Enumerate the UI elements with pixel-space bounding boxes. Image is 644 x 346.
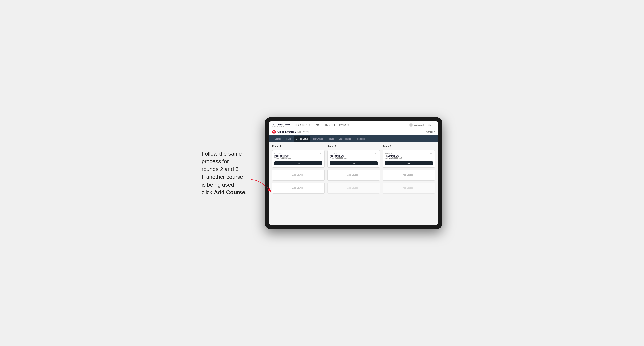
- logo-scoreboard: SCOREBOARD: [272, 123, 290, 126]
- logo-area: SCOREBOARD Powered by clippd: [272, 123, 290, 127]
- instruction-text: Follow the same process for rounds 2 and…: [202, 150, 257, 196]
- nav-committee[interactable]: COMMITTEE: [324, 123, 336, 127]
- round-3-delete-icon[interactable]: ⊟: [430, 152, 433, 155]
- tournament-logo-icon: C: [272, 130, 276, 134]
- round-2-edit-button[interactable]: Edit: [330, 162, 378, 166]
- round-3-column: Round 3 (Course A) Peachtree GC Yellow (…: [382, 145, 435, 194]
- cancel-button[interactable]: Cancel ✕: [426, 131, 435, 133]
- round-2-card-header: (Course A) Peachtree GC Yellow (M) (6629…: [330, 152, 378, 161]
- page-container: Follow the same process for rounds 2 and…: [184, 117, 460, 229]
- tournament-name: Clippd Invitational: [278, 131, 296, 133]
- round-1-add-course-2-label: Add Course +: [292, 187, 304, 189]
- round-2-course-name: Peachtree GC: [330, 155, 347, 157]
- round-1-delete-icon[interactable]: ⊟: [320, 152, 322, 155]
- tab-tee-groups[interactable]: Tee Groups: [310, 136, 325, 142]
- round-3-add-course-2-label: Add Course +: [403, 187, 415, 189]
- nav-right: blair@clippd.io | Sign out: [410, 123, 435, 127]
- tab-results[interactable]: Results: [325, 136, 336, 142]
- round-2-title: Round 2: [327, 145, 380, 148]
- hosting-badge: Hosting: [303, 131, 309, 133]
- tablet-screen: SCOREBOARD Powered by clippd TOURNAMENTS…: [269, 121, 438, 225]
- round-3-add-course-2: Add Course +: [382, 182, 435, 194]
- nav-rankings[interactable]: RANKINGS: [339, 123, 350, 127]
- round-2-course-card: (Course A) Peachtree GC Yellow (M) (6629…: [327, 150, 380, 168]
- round-2-course-detail: Yellow (M) (6629 yds): [330, 157, 347, 159]
- round-2-add-course-1-label: Add Course +: [348, 174, 360, 176]
- round-3-title: Round 3: [382, 145, 435, 148]
- nav-tournaments[interactable]: TOURNAMENTS: [294, 123, 310, 127]
- bold-add-course: Add Course.: [214, 189, 246, 195]
- round-3-edit-button[interactable]: Edit: [385, 162, 433, 166]
- round-1-course-label: (Course A): [274, 152, 292, 154]
- logo-sub: Powered by clippd: [272, 126, 290, 127]
- round-2-add-course-2: Add Course +: [327, 182, 380, 194]
- round-1-add-course-2[interactable]: Add Course +: [272, 182, 324, 194]
- avatar: [410, 123, 412, 127]
- top-nav: SCOREBOARD Powered by clippd TOURNAMENTS…: [269, 121, 438, 129]
- round-3-add-course-1-label: Add Course +: [403, 174, 415, 176]
- round-3-add-course-1[interactable]: Add Course +: [382, 170, 435, 180]
- round-2-course-label: (Course A): [330, 152, 347, 154]
- nav-separator: |: [427, 124, 427, 126]
- sign-out-link[interactable]: Sign out: [428, 124, 435, 126]
- round-1-add-course-1[interactable]: Add Course +: [272, 170, 324, 180]
- round-1-course-detail: Yellow (M) (6629 yds): [274, 157, 292, 159]
- round-1-card-header: (Course A) Peachtree GC Yellow (M) (6629…: [274, 152, 322, 161]
- round-2-add-course-1[interactable]: Add Course +: [327, 170, 380, 180]
- round-3-course-detail: Yellow (M) (6629 yds): [385, 157, 402, 159]
- round-3-course-name: Peachtree GC: [385, 155, 402, 157]
- tab-course-setup[interactable]: Course Setup: [294, 136, 310, 142]
- user-email: blair@clippd.io: [414, 124, 426, 126]
- tab-bar: Details Teams Course Setup Tee Groups Re…: [269, 135, 438, 142]
- nav-items: TOURNAMENTS TEAMS COMMITTEE RANKINGS: [294, 123, 410, 127]
- tablet-wrapper: SCOREBOARD Powered by clippd TOURNAMENTS…: [265, 117, 442, 229]
- tournament-qualifier: (Men): [297, 131, 302, 133]
- main-content: Round 1 (Course A) Peachtree GC Yellow (…: [269, 142, 438, 225]
- round-3-course-card: (Course A) Peachtree GC Yellow (M) (6629…: [382, 150, 435, 168]
- round-1-column: Round 1 (Course A) Peachtree GC Yellow (…: [272, 145, 324, 194]
- round-3-course-label: (Course A): [385, 152, 402, 154]
- round-2-column: Round 2 (Course A) Peachtree GC Yellow (…: [327, 145, 380, 194]
- tab-details[interactable]: Details: [272, 136, 283, 142]
- tab-teams[interactable]: Teams: [283, 136, 294, 142]
- nav-teams[interactable]: TEAMS: [314, 123, 320, 127]
- tab-printables[interactable]: Printables: [354, 136, 367, 142]
- round-3-card-header: (Course A) Peachtree GC Yellow (M) (6629…: [385, 152, 433, 161]
- round-2-delete-icon[interactable]: ⊟: [375, 152, 378, 155]
- round-2-add-course-2-label: Add Course +: [348, 187, 360, 189]
- round-1-course-card: (Course A) Peachtree GC Yellow (M) (6629…: [272, 150, 324, 168]
- round-1-title: Round 1: [272, 145, 324, 148]
- round-1-course-name: Peachtree GC: [274, 155, 292, 157]
- round-1-edit-button[interactable]: Edit: [274, 162, 322, 166]
- sub-nav: C Clippd Invitational (Men) Hosting Canc…: [269, 129, 438, 135]
- rounds-grid: Round 1 (Course A) Peachtree GC Yellow (…: [272, 145, 435, 194]
- round-1-add-course-1-label: Add Course +: [292, 174, 304, 176]
- tab-leaderboards[interactable]: Leaderboards: [336, 136, 354, 142]
